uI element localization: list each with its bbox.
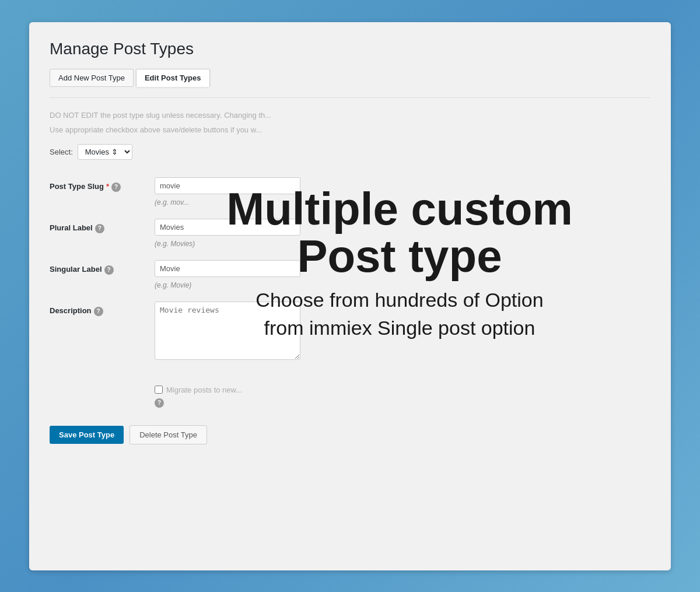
tab-edit[interactable]: Edit Post Types bbox=[136, 69, 210, 87]
tab-bar: Add New Post Type Edit Post Types bbox=[50, 69, 650, 87]
delete-post-type-button[interactable]: Delete Post Type bbox=[130, 425, 207, 444]
field-content-plural: (e.g. Movies) bbox=[155, 219, 650, 260]
help-icon-slug[interactable]: ? bbox=[111, 183, 121, 192]
migrate-label: Migrate posts to new... bbox=[166, 386, 242, 394]
slug-input[interactable] bbox=[155, 177, 300, 194]
help-icon-singular[interactable]: ? bbox=[104, 265, 114, 275]
help-icon-description[interactable]: ? bbox=[94, 307, 103, 316]
action-buttons: Save Post Type Delete Post Type bbox=[50, 425, 650, 444]
page-title: Manage Post Types bbox=[50, 40, 650, 58]
plural-hint: (e.g. Movies) bbox=[155, 240, 195, 248]
field-label-slug: Post Type Slug * ? bbox=[50, 177, 155, 219]
singular-input[interactable] bbox=[155, 260, 300, 277]
singular-hint: (e.g. Movie) bbox=[155, 281, 191, 289]
select-row: Select: Movies ⇕ bbox=[50, 144, 650, 160]
field-content-slug: (e.g. mov... bbox=[155, 177, 650, 219]
migrate-checkbox[interactable] bbox=[155, 386, 163, 394]
required-marker: * bbox=[106, 182, 109, 191]
migrate-section: Migrate posts to new... ? bbox=[155, 386, 650, 408]
field-content-description bbox=[155, 302, 650, 374]
select-label: Select: bbox=[50, 148, 73, 156]
tab-add-new[interactable]: Add New Post Type bbox=[50, 69, 134, 87]
field-content-singular: (e.g. Movie) bbox=[155, 260, 650, 302]
save-post-type-button[interactable]: Save Post Type bbox=[50, 426, 124, 444]
description-textarea[interactable] bbox=[155, 302, 300, 360]
migrate-row: Migrate posts to new... bbox=[155, 386, 650, 394]
plural-input[interactable] bbox=[155, 219, 300, 236]
field-label-singular: Singular Label ? bbox=[50, 260, 155, 302]
help-icon-migrate[interactable]: ? bbox=[155, 398, 164, 408]
post-type-select[interactable]: Movies ⇕ bbox=[78, 144, 132, 160]
slug-hint: (e.g. mov... bbox=[155, 198, 189, 206]
field-label-plural: Plural Label ? bbox=[50, 219, 155, 260]
field-label-description: Description ? bbox=[50, 302, 155, 374]
notice-1: DO NOT EDIT the post type slug unless ne… bbox=[50, 110, 650, 121]
main-card: Manage Post Types Add New Post Type Edit… bbox=[29, 22, 671, 570]
help-icon-plural[interactable]: ? bbox=[95, 224, 104, 233]
form-section: Post Type Slug * ? (e.g. mov... Plural L… bbox=[50, 177, 650, 374]
divider bbox=[50, 97, 650, 98]
notice-2: Use appropriate checkbox above save/dele… bbox=[50, 124, 650, 136]
